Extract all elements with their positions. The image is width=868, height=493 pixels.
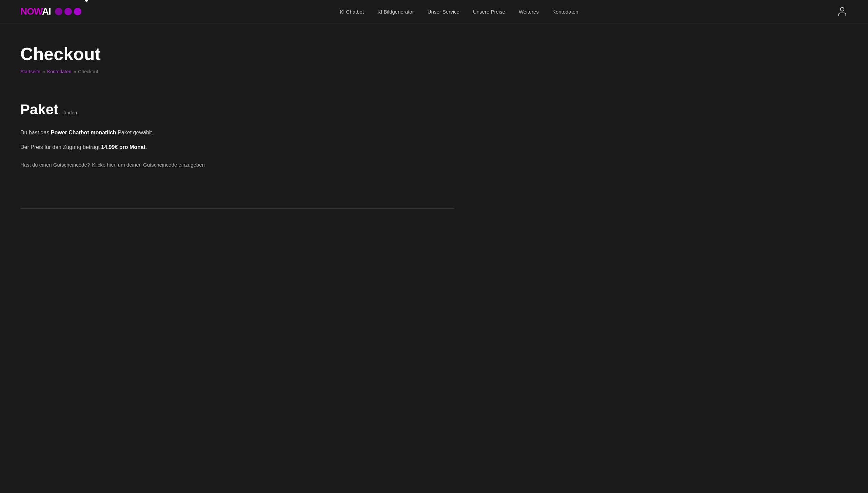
header: NOWAI KI Chatbot KI Bildgenerator Unser … xyxy=(0,0,868,23)
voucher-link[interactable]: Klicke hier, um deinen Gutscheincode ein… xyxy=(92,162,205,168)
logo-dot-1 xyxy=(55,8,62,15)
nav-item-unser-service[interactable]: Unser Service xyxy=(428,9,459,15)
page-title: Checkout xyxy=(20,44,454,64)
logo-ai: AI xyxy=(42,6,51,17)
footer-divider xyxy=(20,208,454,209)
breadcrumb-account[interactable]: Kontodaten xyxy=(47,69,72,74)
nav-item-ki-bildgenerator[interactable]: KI Bildgenerator xyxy=(377,9,414,15)
logo-dot-3 xyxy=(74,8,81,15)
user-icon xyxy=(837,6,848,17)
logo-text: NOWAI xyxy=(20,6,51,17)
nav-item-weiteres[interactable]: Weiteres xyxy=(519,9,539,15)
nav-item-ki-chatbot[interactable]: KI Chatbot xyxy=(340,9,364,15)
paket-price-text: Der Preis für den Zugang beträgt 14.99€ … xyxy=(20,143,454,152)
paket-name: Power Chatbot monatlich xyxy=(51,130,116,135)
paket-price-value: 14.99€ pro Monat xyxy=(101,144,145,150)
breadcrumb-home[interactable]: Startseite xyxy=(20,69,40,74)
nav-item-kontodaten[interactable]: Kontodaten xyxy=(552,9,578,15)
nav-item-unsere-preise[interactable]: Unsere Preise xyxy=(473,9,505,15)
breadcrumb: Startseite » Kontodaten » Checkout xyxy=(20,69,454,74)
breadcrumb-separator-2: » xyxy=(74,69,76,74)
logo-dots xyxy=(55,8,81,15)
paket-section: Paket ändern Du hast das Power Chatbot m… xyxy=(20,101,454,168)
voucher-prefix: Hast du einen Gutscheincode? xyxy=(20,162,90,168)
paket-description-prefix: Du hast das xyxy=(20,130,51,135)
paket-title: Paket xyxy=(20,101,58,118)
voucher-line: Hast du einen Gutscheincode? Klicke hier… xyxy=(20,162,454,168)
paket-description: Du hast das Power Chatbot monatlich Pake… xyxy=(20,128,454,137)
paket-price-suffix: . xyxy=(145,144,147,150)
breadcrumb-separator-1: » xyxy=(42,69,45,74)
main-content: Checkout Startseite » Kontodaten » Check… xyxy=(0,23,475,236)
user-account-button[interactable] xyxy=(837,6,848,17)
paket-price-prefix: Der Preis für den Zugang beträgt xyxy=(20,144,101,150)
logo-now: NOW xyxy=(20,6,42,17)
paket-change-link[interactable]: ändern xyxy=(64,110,79,115)
paket-header: Paket ändern xyxy=(20,101,454,118)
main-nav: KI Chatbot KI Bildgenerator Unser Servic… xyxy=(340,9,578,15)
logo-area: NOWAI xyxy=(20,6,81,17)
svg-point-0 xyxy=(841,7,844,11)
paket-description-suffix: Paket gewählt. xyxy=(116,130,153,135)
breadcrumb-current: Checkout xyxy=(78,69,98,74)
logo-dot-2 xyxy=(64,8,72,15)
